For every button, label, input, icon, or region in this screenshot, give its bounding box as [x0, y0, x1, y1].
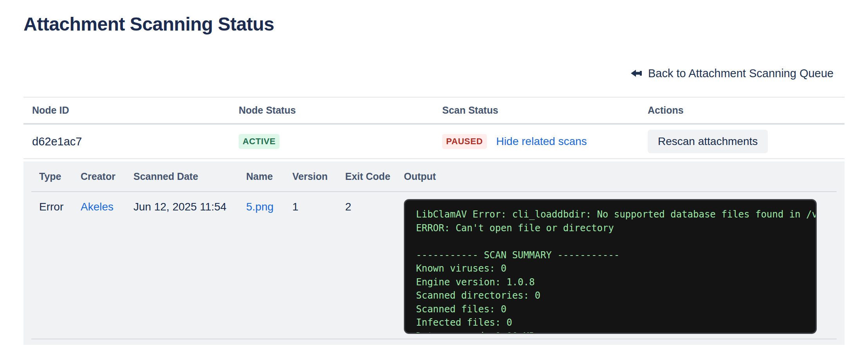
related-scan-row: Error Akeles Jun 12, 2025 11:54 5.png 1 …	[31, 192, 837, 339]
col-header-node-id: Node ID	[23, 105, 239, 116]
col-header-version: Version	[292, 171, 345, 182]
col-header-scan-status: Scan Status	[442, 105, 648, 116]
creator-link[interactable]: Akeles	[81, 201, 113, 213]
nodes-table: Node ID Node Status Scan Status Actions …	[23, 97, 845, 159]
scan-status-cell: PAUSED Hide related scans	[442, 134, 648, 149]
col-header-actions: Actions	[648, 105, 845, 116]
hide-related-scans-link[interactable]: Hide related scans	[496, 135, 587, 148]
scanned-date-value: Jun 12, 2025 11:54	[133, 192, 246, 213]
actions-cell: Rescan attachments	[648, 130, 845, 153]
scan-output-terminal: LibClamAV Error: cli_loaddbdir: No suppo…	[404, 199, 817, 334]
attachment-file-link[interactable]: 5.png	[246, 201, 274, 213]
scan-type-value: Error	[31, 192, 81, 213]
node-table-row: d62e1ac7 ACTIVE PAUSED Hide related scan…	[23, 125, 845, 159]
scan-output-text: LibClamAV Error: cli_loaddbdir: No suppo…	[416, 208, 816, 334]
col-header-output: Output	[404, 171, 837, 182]
back-row: Back to Attachment Scanning Queue	[23, 64, 845, 82]
col-header-scanned-date: Scanned Date	[133, 171, 246, 182]
rescan-attachments-button[interactable]: Rescan attachments	[648, 130, 768, 153]
scan-version-value: 1	[292, 192, 345, 213]
col-header-creator: Creator	[81, 171, 133, 182]
node-status-cell: ACTIVE	[239, 134, 442, 149]
col-header-exit-code: Exit Code	[345, 171, 404, 182]
page-title: Attachment Scanning Status	[23, 13, 845, 35]
col-header-name: Name	[246, 171, 292, 182]
node-status-badge: ACTIVE	[239, 134, 279, 149]
scan-name-cell: 5.png	[246, 192, 292, 213]
attachment-scanning-status-page: Attachment Scanning Status Back to Attac…	[0, 0, 868, 348]
scan-output-cell: LibClamAV Error: cli_loaddbdir: No suppo…	[404, 192, 837, 334]
node-id-value: d62e1ac7	[23, 135, 239, 148]
nodes-table-header-row: Node ID Node Status Scan Status Actions	[23, 98, 845, 125]
col-header-node-status: Node Status	[239, 105, 442, 116]
related-scans-panel: Type Creator Scanned Date Name Version E…	[23, 161, 845, 345]
back-to-queue-link[interactable]: Back to Attachment Scanning Queue	[630, 67, 834, 80]
arrow-left-icon	[630, 69, 643, 78]
scan-status-badge: PAUSED	[442, 134, 487, 149]
col-header-type: Type	[31, 171, 81, 182]
related-scans-header-row: Type Creator Scanned Date Name Version E…	[31, 161, 837, 192]
back-to-queue-label: Back to Attachment Scanning Queue	[648, 67, 834, 80]
scan-creator-cell: Akeles	[81, 192, 133, 213]
scan-exit-code-value: 2	[345, 192, 404, 213]
